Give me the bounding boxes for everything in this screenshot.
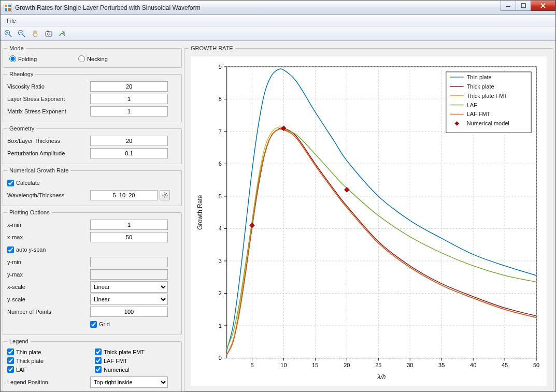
grid-checkbox[interactable]: Grid — [90, 321, 173, 328]
svg-line-25 — [163, 197, 163, 197]
mode-necking-radio[interactable]: Necking — [78, 55, 108, 62]
maximize-button[interactable] — [516, 1, 531, 11]
svg-text:Thin plate: Thin plate — [467, 74, 492, 80]
close-button[interactable] — [531, 1, 555, 11]
ymax-input — [90, 269, 168, 280]
plotting-options-group: Plotting Options x-min x-max auto y-span… — [3, 209, 182, 335]
xscale-label: x-scale — [7, 284, 90, 290]
matrix-stress-exp-input[interactable] — [90, 106, 168, 117]
box-layer-input[interactable] — [90, 136, 168, 146]
svg-text:0: 0 — [219, 355, 222, 361]
svg-text:5: 5 — [250, 362, 253, 368]
svg-text:Thick plate: Thick plate — [467, 83, 494, 90]
plot-area[interactable]: 51015202530354045500123456789λ/hGrowth R… — [191, 56, 547, 386]
svg-line-24 — [166, 197, 167, 197]
mode-group: Mode Folding Necking — [3, 45, 182, 68]
mode-folding-radio[interactable]: Folding — [9, 55, 37, 62]
svg-text:10: 10 — [280, 362, 287, 368]
svg-line-12 — [23, 34, 25, 37]
matrix-stress-exp-label: Matrix Stress Exponent — [7, 108, 90, 114]
svg-rect-6 — [521, 4, 525, 8]
svg-rect-4 — [8, 8, 11, 11]
svg-text:Thick plate FMT: Thick plate FMT — [467, 93, 508, 99]
zoom-in-icon[interactable] — [4, 29, 13, 38]
svg-text:35: 35 — [438, 362, 445, 368]
viscosity-ratio-label: Viscosity Ratio — [7, 83, 90, 90]
titlebar[interactable]: Growth Rates for Single Layer Perturbed … — [1, 1, 555, 15]
svg-rect-14 — [46, 32, 52, 36]
svg-text:40: 40 — [470, 362, 476, 368]
calculate-checkbox[interactable]: Calculate — [7, 180, 90, 186]
minimize-button[interactable] — [501, 1, 516, 11]
viscosity-ratio-input[interactable] — [90, 81, 168, 92]
svg-text:15: 15 — [312, 362, 318, 368]
svg-text:8: 8 — [219, 96, 222, 102]
layer-stress-exp-input[interactable] — [90, 94, 168, 104]
xmax-label: x-max — [7, 234, 90, 240]
ymax-label: y-max — [7, 271, 90, 278]
svg-rect-1 — [5, 5, 7, 7]
xmin-label: x-min — [7, 222, 90, 228]
zoom-out-icon[interactable] — [17, 29, 26, 38]
window-controls — [501, 1, 555, 14]
npoints-input[interactable] — [90, 307, 168, 317]
rheology-legend: Rheology — [7, 71, 35, 77]
numerical-growth-group: Numerical Growth Rate Calculate Waveleng… — [3, 167, 182, 206]
chart-fieldset: GROWTH RATE 5101520253035404550012345678… — [184, 45, 553, 391]
menubar: File — [1, 15, 555, 26]
svg-rect-2 — [8, 5, 11, 7]
yscale-select[interactable]: Linear — [90, 294, 168, 305]
svg-text:4: 4 — [219, 225, 222, 231]
box-layer-label: Box/Layer Thickness — [7, 138, 90, 144]
xmin-input[interactable] — [90, 220, 168, 230]
pan-icon[interactable] — [31, 29, 40, 38]
rheology-group: Rheology Viscosity Ratio Layer Stress Ex… — [3, 71, 182, 122]
svg-text:6: 6 — [219, 161, 222, 167]
pert-amp-label: Perturbation Amplitude — [7, 150, 90, 156]
legend-laf-checkbox[interactable]: LAF — [7, 366, 90, 373]
gear-button[interactable] — [160, 190, 170, 200]
export-icon[interactable] — [58, 29, 67, 38]
chart-fieldset-legend: GROWTH RATE — [189, 45, 235, 51]
chart-panel: GROWTH RATE 5101520253035404550012345678… — [184, 43, 553, 389]
pert-amp-input[interactable] — [90, 148, 168, 158]
numgr-legend: Numerical Growth Rate — [7, 167, 70, 173]
svg-text:7: 7 — [219, 128, 222, 135]
npoints-label: Number of Points — [7, 309, 90, 315]
svg-text:9: 9 — [219, 64, 222, 70]
svg-text:50: 50 — [533, 362, 539, 368]
svg-text:1: 1 — [219, 323, 222, 329]
svg-rect-16 — [47, 31, 49, 32]
legend-thin-checkbox[interactable]: Thin plate — [7, 349, 90, 355]
svg-line-8 — [9, 34, 12, 37]
svg-rect-3 — [5, 8, 7, 11]
app-window: Growth Rates for Single Layer Perturbed … — [0, 0, 556, 392]
svg-text:25: 25 — [375, 362, 381, 368]
toolbar — [1, 26, 555, 41]
svg-text:2: 2 — [219, 290, 222, 296]
legend-group: Legend Thin plate Thick plate FMT Thick … — [3, 338, 182, 391]
svg-text:5: 5 — [219, 193, 222, 199]
legend-thick-fmt-checkbox[interactable]: Thick plate FMT — [95, 349, 177, 355]
wl-th-input[interactable] — [90, 190, 158, 200]
layer-stress-exp-label: Layer Stress Exponent — [7, 96, 90, 102]
legend-pos-select[interactable]: Top-right inside — [90, 376, 168, 388]
camera-icon[interactable] — [44, 29, 53, 38]
svg-text:Numerical model: Numerical model — [467, 120, 509, 126]
svg-point-18 — [164, 194, 166, 196]
geometry-group: Geometry Box/Layer Thickness Perturbatio… — [3, 125, 182, 164]
xmax-input[interactable] — [90, 232, 168, 242]
legend-legend: Legend — [7, 338, 31, 344]
auto-yspan-checkbox[interactable]: auto y-span — [7, 246, 90, 253]
legend-thick-checkbox[interactable]: Thick plate — [7, 357, 90, 364]
ymin-label: y-min — [7, 259, 90, 265]
legend-laf-fmt-checkbox[interactable]: LAF FMT — [95, 357, 177, 364]
legend-pos-label: Legend Position — [7, 379, 90, 385]
svg-text:LAF: LAF — [467, 102, 477, 108]
controls-panel: Mode Folding Necking Rheology Viscosity … — [3, 43, 182, 389]
legend-numerical-checkbox[interactable]: Numerical — [95, 366, 177, 373]
app-icon — [4, 4, 12, 12]
menu-file[interactable]: File — [3, 17, 20, 25]
svg-text:30: 30 — [407, 362, 413, 368]
xscale-select[interactable]: Linear — [90, 281, 168, 293]
